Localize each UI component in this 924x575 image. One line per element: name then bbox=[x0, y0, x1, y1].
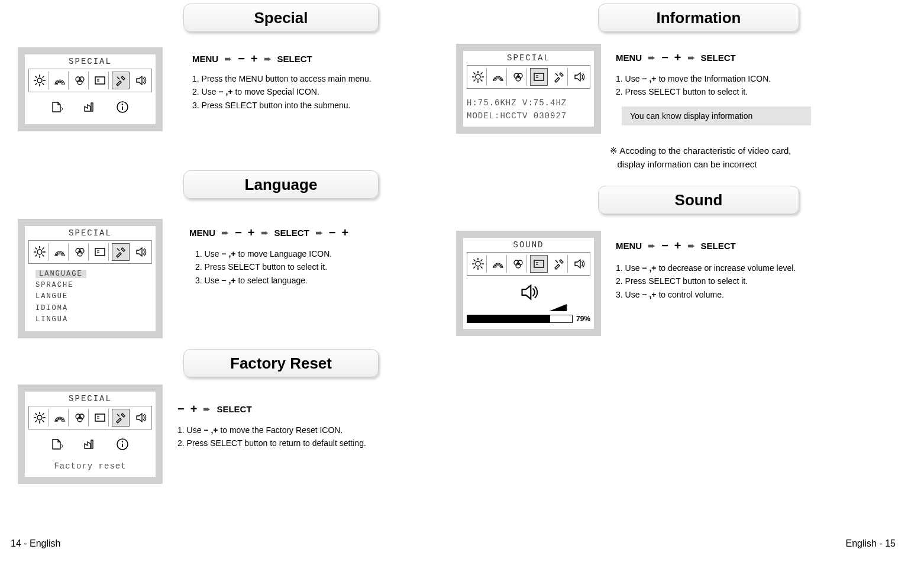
speaker-icon bbox=[571, 68, 587, 86]
osd-special: SPECIAL bbox=[18, 47, 163, 131]
color-icon bbox=[72, 72, 89, 89]
speaker-icon bbox=[571, 255, 587, 273]
instr-sound: 1. Use − ,+ to decrease or increase volu… bbox=[616, 261, 796, 301]
title-factory: Factory Reset bbox=[183, 349, 379, 377]
color-icon bbox=[510, 68, 527, 86]
svg-marker-20 bbox=[549, 304, 567, 311]
title-information: Information bbox=[598, 4, 799, 32]
nav-language: MENU ➨ − + ➨ SELECT ➨ − + bbox=[189, 226, 348, 240]
brightness-icon bbox=[470, 68, 487, 86]
osd-information: SPECIAL H:75.6KHZ V:75.4HZ MODEL:HCCTV 0… bbox=[456, 44, 601, 134]
screen-icon bbox=[530, 255, 548, 273]
rainbow-icon bbox=[51, 243, 69, 261]
screen-icon bbox=[92, 243, 109, 261]
title-language: Language bbox=[183, 170, 379, 199]
screen-icon bbox=[530, 68, 548, 86]
color-icon bbox=[72, 409, 89, 427]
info-icon bbox=[116, 101, 131, 118]
brightness-icon bbox=[31, 72, 49, 89]
osd-sound: SOUND 79% bbox=[456, 231, 601, 336]
page-left-num: 14 - English bbox=[11, 538, 61, 549]
brightness-icon bbox=[470, 255, 487, 273]
color-icon bbox=[510, 255, 527, 273]
page-right-num: English - 15 bbox=[846, 538, 896, 549]
factory-icon bbox=[83, 101, 98, 118]
brightness-icon bbox=[31, 409, 49, 427]
volume-bar bbox=[467, 315, 573, 323]
screen-icon bbox=[92, 409, 109, 427]
instr-language: 1. Use − ,+ to move Language ICON. 2. Pr… bbox=[195, 247, 332, 287]
tools-icon bbox=[112, 72, 130, 89]
lang-list: LANGUAGE SPRACHE LANGUE IDIOMA LINGUA bbox=[28, 269, 152, 325]
nav-information: MENU ➨ − + ➨ SELECT bbox=[616, 51, 736, 64]
osd-language: SPECIAL LANGUAGE SPRACHE LANGUE IDIOMA L… bbox=[18, 219, 163, 338]
title-special: Special bbox=[183, 4, 379, 32]
rainbow-icon bbox=[51, 72, 69, 89]
speaker-icon bbox=[133, 72, 149, 89]
volume-pct: 79% bbox=[576, 315, 590, 323]
nav-factory: − + ➨ SELECT bbox=[177, 402, 252, 416]
color-icon bbox=[72, 243, 89, 261]
rainbow-icon bbox=[490, 68, 507, 86]
brightness-icon bbox=[31, 243, 49, 261]
volume-wedge-icon bbox=[467, 304, 590, 311]
nav-sound: MENU ➨ − + ➨ SELECT bbox=[616, 239, 736, 253]
rainbow-icon bbox=[490, 255, 507, 273]
info-icon bbox=[116, 438, 131, 456]
nav-special: MENU ➨ − + ➨ SELECT bbox=[192, 52, 312, 66]
factory-icon bbox=[83, 438, 98, 456]
speaker-icon bbox=[133, 243, 149, 261]
info-footnote: ※ Accoding to the characteristic of vide… bbox=[610, 144, 858, 171]
tools-icon bbox=[551, 68, 568, 86]
instr-factory: 1. Use − ,+ to move the Factory Reset IC… bbox=[177, 424, 366, 450]
rainbow-icon bbox=[51, 409, 69, 427]
tools-icon bbox=[112, 409, 130, 427]
screen-icon bbox=[92, 72, 109, 89]
info-note: You can know display information bbox=[622, 106, 811, 125]
doc-icon bbox=[50, 438, 65, 456]
tools-icon bbox=[551, 255, 568, 273]
instr-special: 1. Press the MENU button to access main … bbox=[192, 72, 371, 112]
doc-icon bbox=[50, 101, 65, 118]
speaker-large-icon bbox=[467, 282, 590, 303]
osd-factory: SPECIAL Factory reset bbox=[18, 385, 163, 484]
speaker-icon bbox=[133, 409, 149, 427]
title-sound: Sound bbox=[598, 186, 799, 214]
tools-icon bbox=[112, 243, 130, 261]
instr-information: 1. Use − ,+ to move the Information ICON… bbox=[616, 72, 771, 99]
